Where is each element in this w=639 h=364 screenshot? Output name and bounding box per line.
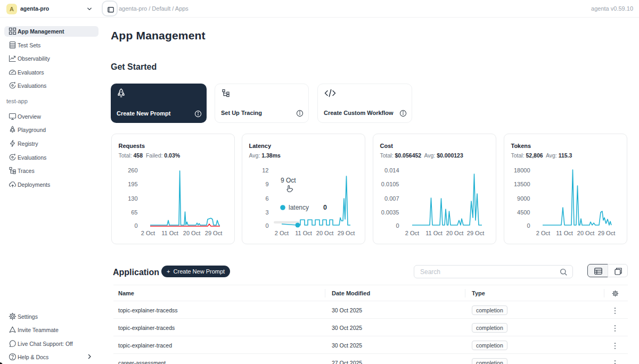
svg-text:11 Oct: 11 Oct [556,230,573,236]
svg-text:11 Oct: 11 Oct [295,230,312,236]
svg-text:13500: 13500 [514,181,530,187]
svg-text:9 Oct: 9 Oct [281,177,296,184]
svg-text:0.0105: 0.0105 [381,181,399,187]
svg-text:11 Oct: 11 Oct [425,230,443,236]
svg-text:2 Oct: 2 Oct [536,230,550,236]
svg-text:0: 0 [527,222,530,229]
svg-text:2 Oct: 2 Oct [141,230,155,236]
svg-text:0: 0 [134,222,137,229]
svg-text:20 Oct: 20 Oct [446,230,463,236]
svg-text:2 Oct: 2 Oct [405,230,419,236]
svg-text:0.007: 0.007 [384,195,399,202]
svg-text:29 Oct: 29 Oct [338,230,355,236]
svg-text:18000: 18000 [514,167,530,173]
svg-text:0: 0 [265,222,268,229]
svg-text:130: 130 [128,195,137,202]
svg-text:0.014: 0.014 [384,167,399,173]
svg-text:latency: latency [289,204,309,211]
svg-text:2 Oct: 2 Oct [275,230,289,236]
svg-text:65: 65 [131,209,137,216]
svg-text:3: 3 [265,209,268,216]
svg-text:9: 9 [265,181,268,187]
svg-text:29 Oct: 29 Oct [205,230,222,236]
svg-text:20 Oct: 20 Oct [577,230,594,236]
svg-text:20 Oct: 20 Oct [316,230,333,236]
svg-text:0: 0 [396,222,399,229]
svg-text:195: 195 [128,181,137,187]
svg-text:9000: 9000 [517,195,530,202]
svg-text:6: 6 [265,195,268,202]
svg-text:29 Oct: 29 Oct [467,230,484,236]
svg-text:0: 0 [323,204,327,211]
svg-text:260: 260 [128,167,137,173]
svg-text:11 Oct: 11 Oct [161,230,178,236]
svg-text:20 Oct: 20 Oct [183,230,200,236]
svg-text:29 Oct: 29 Oct [598,230,615,236]
svg-text:4500: 4500 [517,209,530,216]
svg-text:12: 12 [262,167,268,173]
svg-text:0.0035: 0.0035 [381,209,399,216]
